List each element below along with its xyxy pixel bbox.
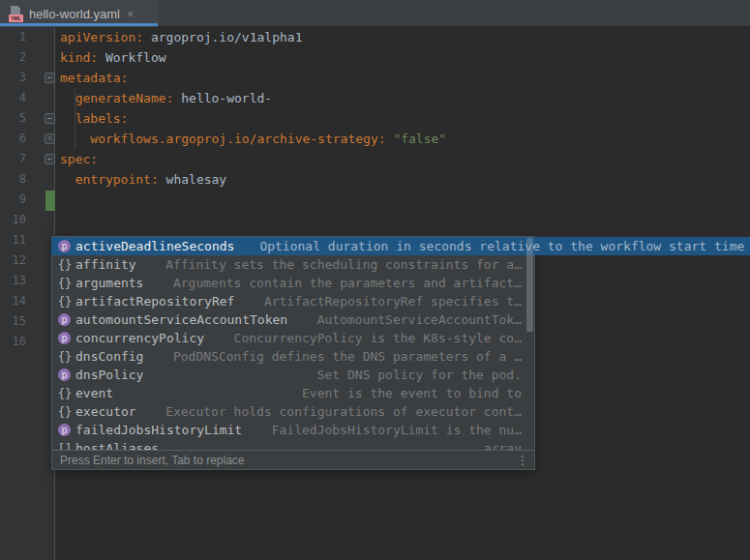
property-icon: p [58, 313, 71, 326]
completion-description: ConcurrencyPolicy is the K8s-style co… [234, 331, 534, 345]
completion-label: artifactRepositoryRef [75, 294, 234, 309]
object-icon: {} [57, 258, 73, 272]
completion-row[interactable]: pdnsPolicySet DNS policy for the pod. [52, 366, 534, 384]
gutter-row: 5− [0, 108, 55, 129]
code-token [60, 172, 75, 187]
gutter-row: 8 [0, 169, 55, 190]
code-token: labels: [75, 111, 129, 126]
vcs-added-line-marker [45, 191, 55, 211]
completion-label: concurrencyPolicy [75, 331, 204, 345]
code-token: "false" [386, 132, 447, 146]
tab-title: hello-world.yaml [29, 7, 120, 21]
completion-description: FailedJobsHistoryLimit is the nu… [272, 423, 534, 437]
gutter-row: 12 [0, 251, 55, 271]
line-number: 14 [2, 291, 26, 311]
gutter-row: 10 [0, 210, 55, 230]
property-icon: p [58, 424, 71, 436]
gutter-row: 6˄ [0, 129, 55, 149]
editor-tab-bar: YML hello-world.yaml × [0, 0, 750, 27]
line-number: 7 [2, 149, 26, 169]
completion-row[interactable]: {}dnsConfigPodDNSConfig defines the DNS … [52, 347, 534, 366]
line-number: 4 [2, 88, 26, 108]
completion-description: Set DNS policy for the pod. [317, 368, 534, 382]
code-token: whalesay [159, 172, 226, 187]
gutter-row: 16 [0, 332, 55, 352]
gutter-row: 7− [0, 149, 55, 169]
line-number: 10 [2, 210, 26, 230]
line-number: 12 [2, 251, 26, 271]
completion-description: AutomountServiceAccountTok… [317, 312, 534, 327]
code-token: entrypoint: [75, 172, 159, 187]
code-line[interactable]: spec: [56, 149, 98, 169]
completion-row[interactable]: pfailedJobsHistoryLimitFailedJobsHistory… [52, 421, 534, 439]
popup-scrollbar[interactable] [526, 238, 533, 332]
fold-collapse-icon[interactable]: − [45, 113, 55, 124]
completion-row[interactable]: {}affinityAffinity sets the scheduling c… [52, 255, 534, 274]
property-icon: p [58, 332, 71, 344]
code-line[interactable]: labels: [56, 108, 128, 129]
yml-badge: YML [9, 15, 23, 22]
line-number: 8 [2, 169, 26, 190]
fold-end-icon[interactable]: ˄ [45, 133, 55, 144]
gutter-row: 13 [0, 271, 55, 291]
completion-row[interactable]: {}argumentsArguments contain the paramet… [52, 274, 534, 292]
code-line[interactable]: entrypoint: whalesay [56, 169, 226, 190]
code-token: hello-world- [173, 91, 272, 105]
ide-window: YML hello-world.yaml × 123−45−6˄7−891011… [0, 0, 750, 560]
code-token: argoproj.io/v1alpha1 [143, 30, 302, 44]
object-icon: {} [57, 387, 73, 400]
yaml-file-icon: YML [9, 6, 23, 22]
completion-hint-bar: Press Enter to insert, Tab to replace ⋮ [52, 450, 534, 469]
completion-description: PodDNSConfig defines the DNS parameters … [173, 349, 534, 364]
completion-description: Arguments contain the parameters and art… [173, 276, 534, 290]
completion-row[interactable]: {}artifactRepositoryRefArtifactRepositor… [52, 292, 534, 310]
completion-list[interactable]: {}affinityAffinity sets the scheduling c… [52, 237, 534, 451]
completion-label: activeDeadlineSeconds [75, 239, 234, 253]
completion-description: Event is the event to bind to [302, 386, 534, 400]
gutter-row: 11 [0, 230, 55, 251]
completion-description: ArtifactRepositoryRef specifies t… [264, 294, 534, 309]
object-icon: {} [57, 295, 73, 309]
line-number: 1 [2, 27, 26, 47]
code-line[interactable]: kind: Workflow [56, 47, 166, 68]
object-icon: {} [57, 350, 73, 364]
line-number: 5 [2, 108, 26, 129]
completion-selected-item[interactable]: pactiveDeadlineSecondsOptional duration … [51, 237, 750, 255]
line-number: 6 [2, 129, 26, 149]
completion-popup: {}affinityAffinity sets the scheduling c… [51, 236, 535, 470]
completion-row[interactable]: pautomountServiceAccountTokenAutomountSe… [52, 310, 534, 329]
completion-label: dnsConfig [75, 349, 143, 364]
completion-description: Optional duration in seconds relative to… [259, 239, 744, 253]
code-token [60, 91, 75, 105]
fold-collapse-icon[interactable]: − [45, 154, 55, 164]
more-options-icon[interactable]: ⋮ [517, 456, 528, 465]
code-line[interactable]: workflows.argoproj.io/archive-strategy: … [56, 129, 446, 149]
line-number: 2 [2, 47, 26, 68]
completion-label: failedJobsHistoryLimit [75, 423, 242, 437]
completion-row[interactable]: pconcurrencyPolicyConcurrencyPolicy is t… [52, 329, 534, 347]
editor[interactable]: 123−45−6˄7−8910111213141516 apiVersion: … [0, 27, 750, 560]
completion-description: Affinity sets the scheduling constraints… [165, 257, 534, 272]
completion-row[interactable]: {}executorExecutor holds configurations … [52, 402, 534, 421]
active-tab-underline [0, 23, 158, 26]
property-icon: p [58, 240, 71, 252]
fold-collapse-icon[interactable]: − [45, 73, 55, 83]
completion-label: dnsPolicy [75, 368, 143, 382]
gutter-row: 15 [0, 311, 55, 332]
code-token: generateName: [75, 91, 174, 105]
editor-gutter: 123−45−6˄7−8910111213141516 [0, 27, 55, 560]
object-icon: {} [57, 277, 73, 290]
code-token [60, 111, 75, 126]
line-number: 9 [2, 190, 26, 210]
completion-description: Executor holds configurations of executo… [165, 404, 534, 419]
completion-label: executor [75, 404, 136, 419]
completion-row[interactable]: {}eventEvent is the event to bind to [52, 384, 534, 402]
property-icon: p [58, 368, 71, 381]
tab-close-icon[interactable]: × [127, 7, 135, 21]
code-line[interactable]: apiVersion: argoproj.io/v1alpha1 [56, 27, 302, 47]
completion-label: affinity [75, 257, 136, 272]
code-token: spec: [60, 152, 98, 166]
line-number: 15 [2, 311, 26, 332]
code-line[interactable]: generateName: hello-world- [56, 88, 272, 108]
code-line[interactable]: metadata: [56, 68, 128, 88]
